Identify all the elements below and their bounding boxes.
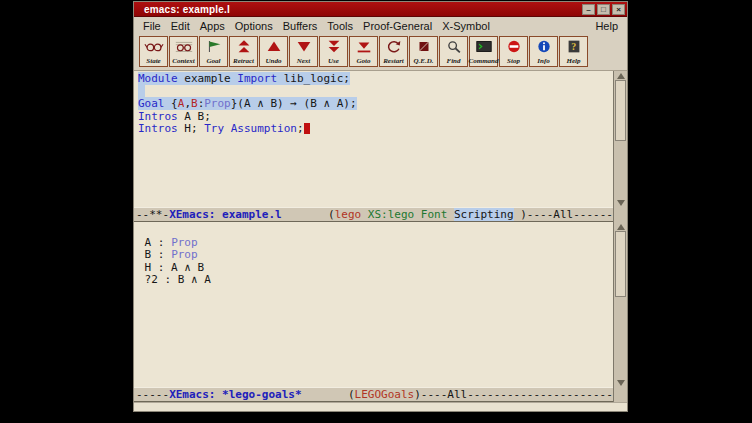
use-icon — [325, 38, 343, 54]
text-segment: A B; — [178, 110, 211, 123]
scrollbar-thumb[interactable] — [615, 80, 626, 141]
text-segment: H; — [178, 122, 205, 135]
text-segment: Prop — [171, 248, 198, 261]
menu-help[interactable]: Help — [590, 19, 623, 33]
text-segment: )----All---------------- — [514, 208, 613, 221]
code-line: B : Prop — [138, 249, 613, 262]
script-buffer[interactable]: Module example Import lib_logic; Goal {A… — [134, 71, 613, 207]
text-segment: Module — [138, 72, 178, 85]
toolbar-button-state[interactable]: State — [139, 36, 168, 67]
titlebar[interactable]: emacs: example.l – □ × — [134, 2, 627, 17]
code-line: Module example Import lib_logic; — [138, 73, 613, 86]
frame-content: Module example Import lib_logic; Goal {A… — [134, 70, 627, 411]
scroll-up-icon[interactable] — [614, 71, 627, 80]
toolbar-label: Undo — [266, 57, 282, 65]
text-segment: Intros — [138, 122, 178, 135]
text-segment: example — [178, 72, 238, 85]
scrollbar-thumb[interactable] — [615, 231, 626, 297]
scrollbar-corner — [613, 207, 627, 222]
context-icon — [174, 38, 194, 54]
text-segment: Import — [237, 72, 277, 85]
text-segment: Prop — [171, 236, 198, 249]
menu-apps[interactable]: Apps — [195, 19, 230, 33]
scrollbar-track[interactable] — [615, 80, 626, 198]
toolbar-button-goal[interactable]: Goal — [199, 36, 228, 67]
toolbar-button-stop[interactable]: Stop — [499, 36, 528, 67]
toolbar-button-restart[interactable]: Restart — [379, 36, 408, 67]
toolbar-button-use[interactable]: Use — [319, 36, 348, 67]
text-segment: , — [184, 97, 191, 110]
toolbar-label: Help — [567, 57, 581, 65]
restart-icon — [385, 38, 403, 54]
command-icon — [475, 38, 493, 54]
svg-text:?: ? — [571, 41, 576, 52]
toolbar-label: Find — [446, 57, 460, 65]
text-segment: ( — [302, 388, 355, 401]
scroll-up-icon[interactable] — [614, 222, 627, 231]
menu-edit[interactable]: Edit — [166, 19, 195, 33]
toolbar-button-undo[interactable]: Undo — [259, 36, 288, 67]
toolbar-button-context[interactable]: Context — [169, 36, 198, 67]
window-title: emacs: example.l — [144, 4, 580, 15]
text-segment: ( — [282, 208, 335, 221]
toolbar-label: State — [146, 57, 160, 65]
toolbar-label: Use — [328, 57, 339, 65]
toolbar-label: Goto — [357, 57, 371, 65]
text-segment — [138, 85, 145, 98]
goals-buffer[interactable]: A : Prop B : Prop H : A ∧ B ?2 : B ∧ A — [134, 222, 613, 387]
desktop: { "window": { "title": "emacs: example.l… — [0, 0, 752, 423]
minimize-button[interactable]: – — [582, 4, 595, 15]
text-segment: ; — [297, 122, 304, 135]
text-segment: XEmacs: example.l — [169, 208, 282, 221]
toolbar-button-find[interactable]: Find — [439, 36, 468, 67]
text-segment: lib_logic; — [277, 72, 350, 85]
script-scrollbar[interactable] — [613, 71, 627, 207]
text-segment — [361, 208, 368, 221]
state-icon — [144, 38, 164, 54]
scrollbar-track[interactable] — [615, 231, 626, 378]
toolbar-button-goto[interactable]: Goto — [349, 36, 378, 67]
goals-scrollbar[interactable] — [613, 222, 627, 387]
text-segment: lego — [335, 208, 362, 221]
text-segment: Goal — [138, 97, 165, 110]
menu-options[interactable]: Options — [230, 19, 278, 33]
scroll-down-icon[interactable] — [614, 198, 627, 207]
toolbar-label: Context — [172, 57, 195, 65]
text-segment: ----- — [136, 388, 169, 401]
toolbar-button-next[interactable]: Next — [289, 36, 318, 67]
menu-file[interactable]: File — [138, 19, 166, 33]
menubar: File Edit Apps Options Buffers Tools Pro… — [134, 17, 627, 34]
script-modeline: --**-XEmacs: example.l (lego XS:lego Fon… — [134, 207, 613, 222]
toolbar-label: Retract — [233, 57, 254, 65]
close-button[interactable]: × — [612, 4, 625, 15]
next-icon — [295, 38, 313, 54]
text-segment — [414, 208, 421, 221]
text-segment: }(A ∧ B) → (B ∧ A); — [231, 97, 357, 110]
maximize-button[interactable]: □ — [597, 4, 610, 15]
scroll-down-icon[interactable] — [614, 378, 627, 387]
menu-x-symbol[interactable]: X-Symbol — [437, 19, 495, 33]
menu-tools[interactable]: Tools — [322, 19, 358, 33]
toolbar-button-help[interactable]: ? Help — [559, 36, 588, 67]
help-icon: ? — [565, 38, 583, 54]
minibuffer[interactable] — [134, 402, 627, 411]
scrollbar-corner — [613, 387, 627, 402]
toolbar-label: Restart — [383, 57, 404, 65]
toolbar-label: Command — [469, 57, 499, 65]
find-icon — [445, 38, 463, 54]
proof-toolbar: State Context Goal Retract Undo — [134, 34, 627, 70]
text-segment: Intros — [138, 110, 178, 123]
toolbar-button-info[interactable]: Info — [529, 36, 558, 67]
qed-icon — [415, 38, 433, 54]
toolbar-button-retract[interactable]: Retract — [229, 36, 258, 67]
toolbar-button-command[interactable]: Command — [469, 36, 498, 67]
code-line: Intros H; Try Assumption; — [138, 123, 613, 136]
text-segment — [447, 208, 454, 221]
menu-proof-general[interactable]: Proof-General — [358, 19, 437, 33]
menu-buffers[interactable]: Buffers — [278, 19, 323, 33]
text-segment: Assumption — [231, 122, 297, 135]
text-segment: XS:lego — [368, 208, 414, 221]
toolbar-label: Stop — [507, 57, 520, 65]
toolbar-button-qed[interactable]: Q.E.D. — [409, 36, 438, 67]
goal-icon — [204, 38, 224, 54]
